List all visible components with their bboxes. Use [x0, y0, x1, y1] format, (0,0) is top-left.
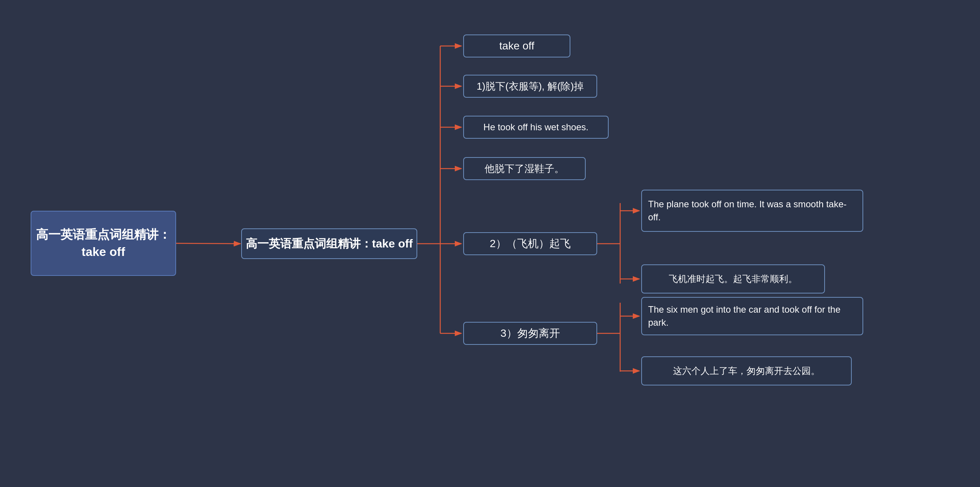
branch4-node: 他脱下了湿鞋子。 [463, 157, 586, 180]
branch6-sub2-node: 这六个人上了车，匆匆离开去公园。 [641, 356, 852, 385]
branch5-sub2-label: 飞机准时起飞。起飞非常顺利。 [669, 272, 797, 285]
branch6-label: 3）匆匆离开 [500, 326, 560, 341]
root-node: 高一英语重点词组精讲： take off [31, 211, 176, 276]
svg-line-1 [176, 243, 240, 244]
branch5-sub1-label: The plane took off on time. It was a smo… [648, 198, 856, 223]
branch2-label: 1)脱下(衣服等), 解(除)掉 [477, 79, 584, 93]
branch3-label: He took off his wet shoes. [483, 121, 588, 134]
branch6-sub1-node: The six men got into the car and took of… [641, 297, 863, 335]
branch5-sub2-node: 飞机准时起飞。起飞非常顺利。 [641, 264, 825, 294]
branch5-label: 2）（飞机）起飞 [490, 236, 571, 251]
root-label-line1: 高一英语重点词组精讲： [36, 226, 171, 243]
main-label: 高一英语重点词组精讲：take off [246, 236, 413, 252]
main-node: 高一英语重点词组精讲：take off [241, 228, 417, 259]
branch3-node: He took off his wet shoes. [463, 116, 609, 139]
branch1-node: take off [463, 34, 570, 57]
branch1-label: take off [499, 38, 534, 53]
root-label-line2: take off [36, 243, 171, 261]
branch6-sub2-label: 这六个人上了车，匆匆离开去公园。 [673, 364, 820, 377]
branch5-sub1-node: The plane took off on time. It was a smo… [641, 190, 863, 232]
branch6-node: 3）匆匆离开 [463, 322, 597, 345]
branch6-sub1-label: The six men got into the car and took of… [648, 303, 856, 329]
branch4-label: 他脱下了湿鞋子。 [485, 162, 564, 175]
branch2-node: 1)脱下(衣服等), 解(除)掉 [463, 75, 597, 98]
branch5-node: 2）（飞机）起飞 [463, 232, 597, 255]
